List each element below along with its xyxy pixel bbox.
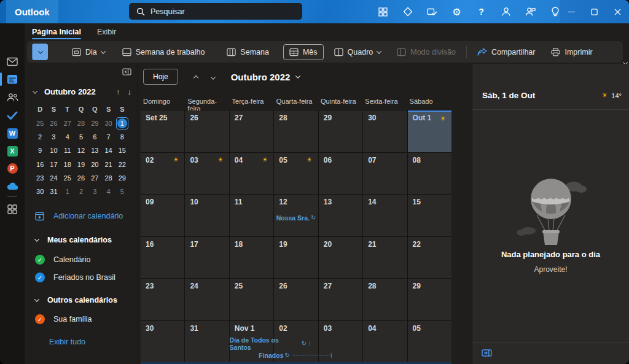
mini-day[interactable]: 25 (61, 171, 74, 185)
share-button[interactable]: Compartilhar (472, 45, 541, 60)
month-cell[interactable]: 27 (230, 110, 273, 152)
collapse-panel-icon[interactable] (482, 348, 492, 359)
month-cell[interactable]: 02☀ (141, 153, 184, 195)
mini-day[interactable]: 31 (47, 185, 60, 198)
rail-calendar-button[interactable] (0, 72, 25, 87)
send-check-icon[interactable] (427, 7, 437, 17)
mini-day[interactable]: 26 (74, 171, 88, 185)
mini-day[interactable]: 16 (33, 158, 47, 171)
month-cell[interactable]: 30 (141, 321, 184, 363)
month-cell[interactable]: 21 (363, 237, 407, 279)
month-cell[interactable]: 19 (274, 237, 318, 279)
mini-day[interactable]: 5 (115, 185, 129, 198)
month-cell[interactable]: 16 (141, 237, 184, 279)
premium-diamond-icon[interactable] (402, 7, 413, 17)
mini-day[interactable]: 30 (101, 117, 115, 130)
month-cell[interactable]: 25 (230, 279, 273, 320)
month-cell[interactable]: 13 (319, 195, 362, 236)
rail-word-button[interactable]: W (0, 126, 25, 141)
month-cell[interactable]: 10 (185, 195, 229, 236)
tab-exibir[interactable]: Exibir (97, 23, 116, 41)
calendar-item-familia[interactable]: ✓ Sua família (35, 314, 92, 324)
month-cell[interactable]: 04 (363, 321, 407, 363)
month-cell[interactable]: 09 (141, 195, 184, 236)
view-week-button[interactable]: Semana (221, 45, 275, 60)
feriados-check-icon[interactable]: ✓ (35, 273, 45, 282)
maximize-button[interactable] (583, 0, 606, 23)
mini-day[interactable]: 4 (101, 185, 115, 198)
my-calendars-header[interactable]: Meus calendários (35, 236, 112, 244)
other-calendars-header[interactable]: Outros calendários (35, 296, 117, 304)
mini-next-month-arrow[interactable]: ↓ (128, 87, 132, 96)
close-button[interactable] (606, 0, 629, 23)
month-title[interactable]: Outubro 2022 (231, 72, 300, 82)
mini-day[interactable]: 9 (33, 144, 47, 157)
mini-day[interactable]: 22 (115, 158, 129, 171)
month-cell[interactable]: 27 (319, 279, 362, 320)
mini-day[interactable]: 12 (74, 144, 88, 157)
month-cell[interactable]: 26 (274, 279, 318, 320)
month-cell[interactable]: 31 (185, 321, 229, 363)
print-button[interactable]: Imprimir (545, 45, 598, 60)
show-all-link[interactable]: Exibir tudo (49, 338, 85, 346)
view-board-button[interactable]: Quadro (329, 45, 387, 60)
next-period-chevron[interactable] (211, 71, 215, 82)
mini-day[interactable]: 5 (74, 130, 88, 144)
month-cell[interactable]: 14 (363, 195, 407, 236)
mini-day[interactable]: 29 (115, 171, 129, 185)
settings-gear-icon[interactable]: ⚙ (451, 7, 462, 17)
mini-day[interactable]: 8 (115, 130, 129, 144)
mini-day[interactable]: 27 (88, 171, 101, 185)
mini-day[interactable]: 10 (47, 144, 60, 157)
mini-day[interactable]: 1 (61, 185, 74, 198)
month-cell[interactable]: Set 25 (141, 110, 184, 152)
mini-day[interactable]: 24 (47, 171, 60, 185)
month-cell[interactable]: 05☀ (274, 153, 318, 195)
mini-day[interactable]: 11 (61, 144, 74, 157)
tips-lightbulb-icon[interactable] (550, 7, 560, 17)
month-cell[interactable]: 06 (319, 153, 362, 195)
tab-pagina-inicial[interactable]: Página Inicial (32, 23, 81, 41)
event-item[interactable]: Dia de Todos os Santos↻ (230, 339, 311, 348)
mini-day[interactable]: 4 (61, 130, 74, 144)
event-item[interactable]: Finados↻ (259, 351, 332, 360)
view-workweek-button[interactable]: Semana de trabalho (117, 45, 211, 60)
feedback-person-icon[interactable] (525, 7, 536, 17)
mini-day[interactable]: 30 (33, 185, 47, 198)
month-cell[interactable]: 23 (141, 279, 184, 320)
mini-collapse-chevron[interactable] (33, 88, 37, 93)
search-input[interactable]: Pesquisar (129, 3, 302, 20)
month-cell[interactable]: 20 (319, 237, 362, 279)
month-cell[interactable]: 30 (363, 110, 407, 152)
familia-check-icon[interactable]: ✓ (35, 314, 45, 324)
mini-prev-month-arrow[interactable]: ↑ (116, 87, 120, 96)
month-cell[interactable]: 17 (185, 237, 229, 279)
month-cell[interactable]: 07 (363, 153, 407, 195)
month-cell[interactable]: 28 (274, 110, 318, 152)
month-cell[interactable]: 26 (185, 110, 229, 152)
mini-day[interactable]: 3 (47, 130, 60, 144)
mini-day[interactable]: 21 (101, 158, 115, 171)
person-icon[interactable] (501, 7, 511, 17)
add-calendar-link[interactable]: Adicionar calendário (35, 211, 123, 221)
rail-onedrive-button[interactable] (0, 179, 25, 193)
month-cell[interactable]: 11 (230, 195, 273, 236)
mini-day[interactable]: 20 (88, 158, 101, 171)
calendario-check-icon[interactable]: ✓ (35, 255, 45, 265)
help-icon[interactable]: ? (476, 7, 486, 17)
rail-excel-button[interactable]: X (0, 144, 25, 158)
rail-todo-button[interactable] (0, 108, 25, 123)
month-cell[interactable]: 15 (408, 195, 451, 236)
mini-day[interactable]: 3 (88, 185, 101, 198)
rail-people-button[interactable] (0, 90, 25, 104)
view-month-button[interactable]: Mês (283, 44, 324, 60)
mini-day[interactable]: 14 (101, 144, 115, 157)
event-item[interactable]: Nossa Sra.↻ (274, 214, 318, 222)
mini-calendar-title[interactable]: Outubro 2022 (44, 87, 116, 96)
today-button[interactable]: Hoje (143, 69, 178, 85)
mini-day[interactable]: 6 (88, 130, 101, 144)
mini-day[interactable]: 1 (115, 117, 129, 130)
new-event-dropdown[interactable] (32, 44, 48, 60)
mini-day[interactable]: 28 (74, 117, 88, 130)
rail-powerpoint-button[interactable]: P (0, 161, 25, 176)
